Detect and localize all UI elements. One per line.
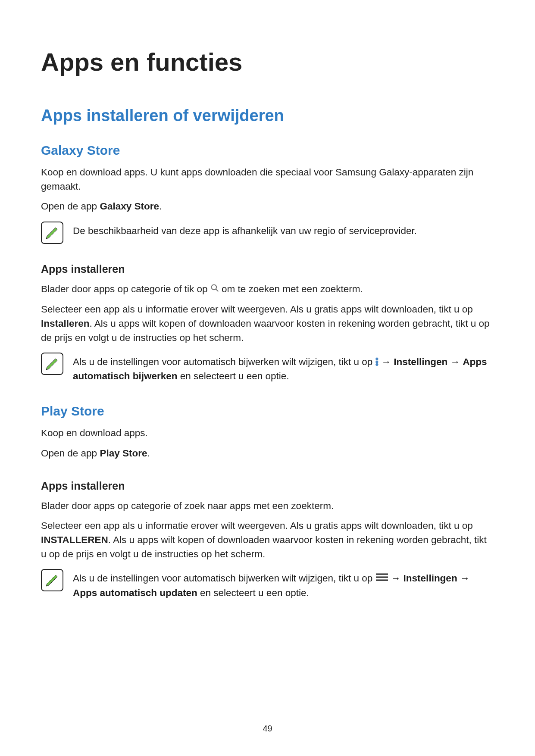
body-text: Selecteer een app als u informatie erove…	[41, 519, 494, 561]
hamburger-menu-icon	[375, 572, 388, 586]
app-name-play-store: Play Store	[100, 448, 147, 459]
note-text: Als u de instellingen voor automatisch b…	[73, 568, 494, 600]
text-fragment: .	[147, 448, 150, 459]
text-fragment: Selecteer een app als u informatie erove…	[41, 304, 473, 315]
note-block: Als u de instellingen voor automatisch b…	[41, 352, 494, 383]
body-text: Open de app Galaxy Store.	[41, 200, 494, 214]
text-fragment: Als u de instellingen voor automatisch b…	[73, 573, 375, 584]
section-play-store: Play Store Koop en download apps. Open d…	[41, 404, 494, 600]
section-galaxy-store: Galaxy Store Koop en download apps. U ku…	[41, 143, 494, 383]
svg-line-1	[216, 289, 218, 291]
text-fragment: .	[159, 201, 162, 212]
subsection-heading-play-store: Play Store	[41, 404, 494, 419]
ui-label-instellingen: Instellingen	[394, 356, 447, 367]
section-heading: Apps installeren of verwijderen	[41, 106, 494, 125]
text-fragment: Selecteer een app als u informatie erove…	[41, 520, 473, 531]
app-name-galaxy-store: Galaxy Store	[100, 201, 159, 212]
ui-label-installeren: INSTALLEREN	[41, 534, 108, 545]
more-options-icon: •••	[375, 358, 379, 366]
note-icon	[41, 353, 63, 375]
text-fragment: Blader door apps op categorie of tik op	[41, 284, 210, 294]
page-number: 49	[0, 724, 535, 734]
text-fragment: om te zoeken met een zoekterm.	[219, 284, 363, 294]
text-fragment: Open de app	[41, 448, 100, 459]
manual-page: Apps en functies Apps installeren of ver…	[0, 0, 535, 756]
note-block: Als u de instellingen voor automatisch b…	[41, 568, 494, 600]
text-fragment: Als u de instellingen voor automatisch b…	[73, 356, 375, 367]
body-text: Koop en download apps.	[41, 426, 494, 440]
body-text: Koop en download apps. U kunt apps downl…	[41, 166, 494, 194]
sub-heading-apps-installeren: Apps installeren	[41, 480, 494, 492]
body-text: Open de app Play Store.	[41, 447, 494, 461]
subsection-heading-galaxy-store: Galaxy Store	[41, 143, 494, 158]
text-fragment: . Als u apps wilt kopen of downloaden wa…	[41, 318, 490, 343]
ui-label-installeren: Installeren	[41, 318, 90, 329]
note-block: De beschikbaarheid van deze app is afhan…	[41, 221, 494, 244]
text-fragment: . Als u apps wilt kopen of downloaden wa…	[41, 534, 487, 559]
body-text: Blader door apps op categorie of tik op …	[41, 282, 494, 297]
search-icon	[210, 282, 219, 297]
text-fragment: →	[379, 356, 394, 367]
body-text: Blader door apps op categorie of zoek na…	[41, 499, 494, 513]
text-fragment: en selecteert u een optie.	[197, 587, 309, 598]
sub-heading-apps-installeren: Apps installeren	[41, 263, 494, 275]
ui-label-apps-automatisch-updaten: Apps automatisch updaten	[73, 587, 197, 598]
note-icon	[41, 222, 63, 244]
text-fragment: en selecteert u een optie.	[178, 371, 289, 381]
svg-point-0	[211, 284, 216, 290]
text-fragment: →	[447, 356, 463, 367]
page-title: Apps en functies	[41, 47, 494, 76]
note-text: De beschikbaarheid van deze app is afhan…	[73, 221, 494, 238]
body-text: Selecteer een app als u informatie erove…	[41, 303, 494, 345]
text-fragment: →	[388, 573, 404, 584]
note-icon	[41, 569, 63, 591]
note-text: Als u de instellingen voor automatisch b…	[73, 352, 494, 383]
text-fragment: →	[457, 573, 470, 584]
ui-label-instellingen: Instellingen	[404, 573, 457, 584]
text-fragment: Open de app	[41, 201, 100, 212]
